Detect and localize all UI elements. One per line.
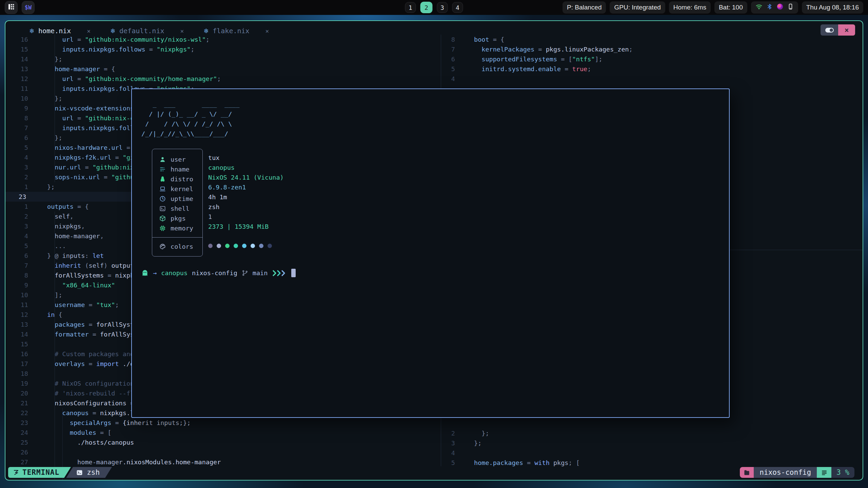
fastfetch-row: kernel bbox=[152, 184, 202, 194]
fastfetch-label: distro bbox=[171, 176, 193, 183]
fastfetch-box: userhnamedistrokerneluptimeshellpkgsmemo… bbox=[152, 149, 203, 257]
fastfetch-value: tux bbox=[208, 154, 284, 164]
chevrons-icon bbox=[272, 269, 287, 277]
tab-close-icon[interactable]: × bbox=[180, 27, 184, 35]
fastfetch-label: uptime bbox=[171, 195, 193, 202]
fastfetch-values: tuxcanopusNixOS 24.11 (Vicuna)6.9.8-zen1… bbox=[208, 154, 284, 233]
editor-pane-boot[interactable]: 8boot = {7 kernelPackages = pkgs.linuxPa… bbox=[441, 35, 863, 84]
code-line: 23 specialArgs = {inherit inputs;}; bbox=[5, 418, 441, 428]
fastfetch-row: distro bbox=[152, 174, 202, 184]
nix-file-icon: ❄ bbox=[203, 27, 209, 35]
wm-logo-button[interactable]: $W bbox=[22, 1, 35, 14]
workspace-pill-3[interactable]: 3 bbox=[437, 2, 448, 13]
host-icon bbox=[159, 166, 166, 172]
code-line: 25 ./hosts/canopus bbox=[5, 438, 441, 447]
fastfetch-row: memory bbox=[152, 223, 202, 233]
workspace-switcher: 1 2 3 4 bbox=[405, 2, 463, 13]
tab-default-nix[interactable]: ❄ default.nix × bbox=[110, 27, 184, 35]
palette-dot bbox=[259, 244, 263, 248]
clock-icon bbox=[159, 196, 166, 202]
code-line: 16 url = "github:nix-community/nixos-wsl… bbox=[5, 35, 441, 44]
tab-close-icon[interactable]: × bbox=[265, 27, 269, 35]
mode-label: TERMINAL bbox=[22, 468, 59, 476]
palette-dot bbox=[225, 244, 230, 248]
folder-icon bbox=[744, 469, 750, 476]
phone-icon[interactable] bbox=[787, 3, 794, 12]
clock: Thu Aug 08, 18:16 bbox=[806, 4, 859, 11]
code-line: 4 bbox=[441, 74, 863, 84]
media-app-icon[interactable] bbox=[776, 3, 784, 12]
folder-segment[interactable] bbox=[740, 467, 754, 478]
palette-dot bbox=[268, 244, 272, 248]
laptop-icon bbox=[159, 186, 166, 192]
fastfetch-row: pkgs bbox=[152, 214, 202, 223]
code-line: 3}; bbox=[441, 438, 863, 448]
grid-icon bbox=[8, 3, 15, 12]
palette-dots bbox=[208, 241, 272, 251]
shell-segment[interactable]: zsh bbox=[66, 467, 112, 478]
scroll-percent: 3 % bbox=[831, 467, 854, 478]
fastfetch-separator bbox=[152, 237, 202, 238]
fastfetch-value: 6.9.8-zen1 bbox=[208, 184, 284, 194]
tab-flake-nix[interactable]: ❄ flake.nix × bbox=[203, 27, 269, 35]
code-line: 5 initrd.systemd.enable = true; bbox=[441, 64, 863, 74]
workspace-pill-4[interactable]: 4 bbox=[452, 2, 463, 13]
app-launcher-button[interactable] bbox=[5, 1, 18, 14]
top-bar: $W 1 2 3 4 P: Balanced GPU: Integrated H… bbox=[0, 0, 868, 15]
nix-file-icon: ❄ bbox=[110, 27, 116, 35]
code-line: 24 modules = [ bbox=[5, 428, 441, 438]
power-profile-pill[interactable]: P: Balanced bbox=[563, 1, 606, 14]
pin-toggle-button[interactable] bbox=[821, 24, 838, 36]
battery-pill[interactable]: Bat: 100 bbox=[714, 1, 747, 14]
nix-file-icon: ❄ bbox=[29, 27, 35, 35]
floating-terminal-pane[interactable]: _ ___ ____ ____ / |/ (_)_ __/ _ \/ __/ /… bbox=[131, 88, 730, 418]
fastfetch-value: 4h 1m bbox=[208, 194, 284, 203]
scroll-segment bbox=[817, 467, 831, 478]
user-icon bbox=[159, 156, 166, 163]
nixos-ascii-logo: _ ___ ____ ____ / |/ (_)_ __/ _ \/ __/ /… bbox=[141, 99, 240, 139]
fastfetch-label: pkgs bbox=[171, 215, 186, 222]
code-line: 27 home-manager.nixosModules.home-manage… bbox=[5, 457, 441, 467]
fastfetch-value: zsh bbox=[208, 203, 284, 213]
window-close-button[interactable]: × bbox=[838, 24, 855, 36]
code-line: 6 supportedFilesystems = ["ntfs"]; bbox=[441, 54, 863, 64]
tab-home-nix[interactable]: ❄ home.nix × bbox=[29, 27, 91, 35]
clock-pill[interactable]: Thu Aug 08, 18:16 bbox=[802, 1, 863, 14]
editor-pane-home-packages[interactable]: 2 };3};45home.packages = with pkgs; [ bbox=[441, 428, 863, 468]
network-icon[interactable] bbox=[755, 3, 763, 12]
code-line: 4 bbox=[441, 448, 863, 458]
workspace-pill-1[interactable]: 1 bbox=[405, 2, 416, 13]
terminal-icon bbox=[159, 205, 166, 212]
code-line: 13 home-manager = { bbox=[5, 64, 441, 74]
code-line: 14 }; bbox=[5, 54, 441, 64]
prompt-host: canopus bbox=[161, 269, 188, 277]
palette-dot bbox=[242, 244, 246, 248]
code-line: 2 }; bbox=[441, 428, 863, 438]
code-line: 5home.packages = with pkgs; [ bbox=[441, 458, 863, 468]
gpu-pill[interactable]: GPU: Integrated bbox=[610, 1, 665, 14]
lines-icon bbox=[821, 469, 827, 475]
palette-dot bbox=[208, 244, 213, 248]
workspace-pill-2[interactable]: 2 bbox=[420, 2, 433, 13]
bluetooth-icon[interactable] bbox=[766, 3, 773, 12]
zellij-logo-icon bbox=[13, 469, 19, 475]
cwd-label: nixos-config bbox=[760, 468, 811, 476]
palette-dot bbox=[234, 244, 238, 248]
fastfetch-value: NixOS 24.11 (Vicuna) bbox=[208, 174, 284, 184]
toggle-icon bbox=[825, 28, 834, 33]
palette-dot bbox=[251, 244, 255, 248]
fastfetch-value: 1 bbox=[208, 213, 284, 223]
prompt-git-branch: main bbox=[253, 269, 268, 277]
system-tray bbox=[751, 1, 798, 14]
ping-pill[interactable]: Home: 6ms bbox=[669, 1, 711, 14]
tab-close-icon[interactable]: × bbox=[87, 27, 91, 35]
close-icon: × bbox=[845, 26, 849, 34]
mode-segment[interactable]: TERMINAL bbox=[8, 467, 71, 478]
terminal-icon bbox=[76, 469, 83, 476]
code-line: 15 inputs.nixpkgs.follows = "nixpkgs"; bbox=[5, 44, 441, 54]
terminal-window: × ❄ home.nix × ❄ default.nix × ❄ flake.n… bbox=[5, 20, 863, 481]
prompt-directory: nixos-config bbox=[192, 269, 237, 277]
code-line: 8boot = { bbox=[441, 35, 863, 44]
cwd-segment[interactable]: nixos-config bbox=[754, 467, 817, 478]
shell-prompt[interactable]: → canopus nixos-config main bbox=[141, 268, 296, 278]
